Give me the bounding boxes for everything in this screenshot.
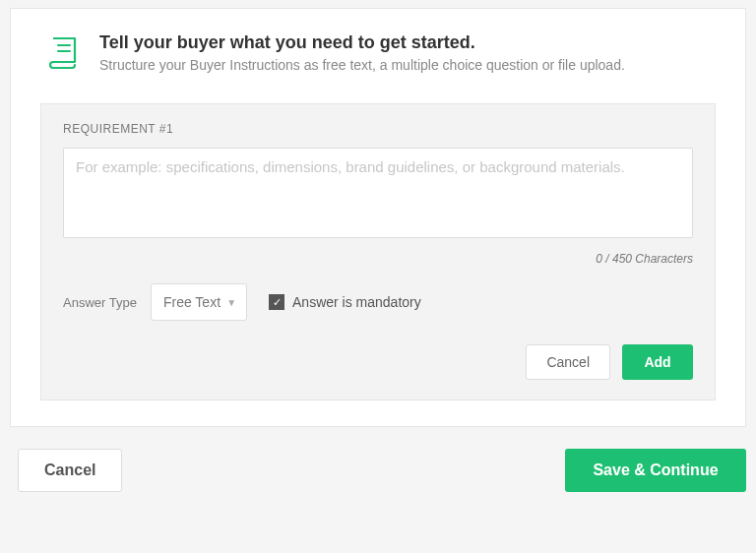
answer-type-select[interactable]: Free Text ▼ (151, 283, 247, 321)
mandatory-checkbox-wrap: ✓ Answer is mandatory (269, 294, 421, 310)
header: Tell your buyer what you need to get sta… (40, 32, 716, 76)
page-title: Tell your buyer what you need to get sta… (99, 32, 625, 53)
answer-type-label: Answer Type (63, 295, 137, 310)
save-continue-button[interactable]: Save & Continue (565, 449, 746, 492)
requirement-textarea[interactable] (63, 148, 693, 238)
footer-actions: Cancel Save & Continue (18, 449, 746, 492)
requirement-options: Answer Type Free Text ▼ ✓ Answer is mand… (63, 283, 693, 321)
requirement-box: REQUIREMENT #1 0 / 450 Characters Answer… (40, 103, 716, 400)
char-counter: 0 / 450 Characters (63, 252, 693, 266)
mandatory-label: Answer is mandatory (292, 294, 421, 310)
requirement-label: REQUIREMENT #1 (63, 122, 693, 136)
mandatory-checkbox[interactable]: ✓ (269, 294, 284, 310)
chevron-down-icon: ▼ (226, 297, 236, 308)
answer-type-value: Free Text (163, 294, 220, 310)
char-count: 0 (596, 252, 602, 266)
document-icon (40, 32, 84, 76)
main-card: Tell your buyer what you need to get sta… (10, 8, 746, 427)
requirement-actions: Cancel Add (63, 344, 693, 380)
page-subtitle: Structure your Buyer Instructions as fre… (99, 57, 625, 73)
add-button[interactable]: Add (622, 344, 693, 380)
header-text: Tell your buyer what you need to get sta… (99, 32, 625, 73)
cancel-button[interactable]: Cancel (526, 344, 610, 380)
cancel-page-button[interactable]: Cancel (18, 449, 122, 492)
check-icon: ✓ (273, 296, 282, 309)
char-max: / 450 Characters (602, 252, 693, 266)
